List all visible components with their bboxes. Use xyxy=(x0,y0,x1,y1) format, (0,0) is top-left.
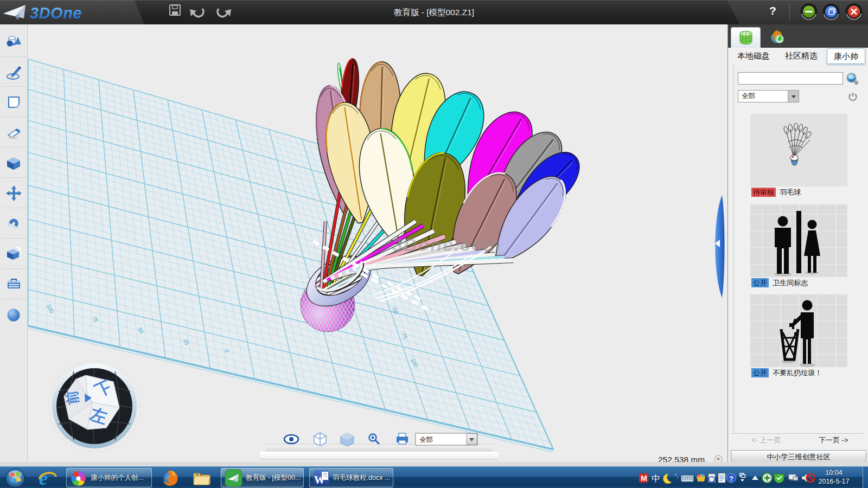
svg-text:°,: °, xyxy=(675,473,678,479)
svg-text:W: W xyxy=(314,474,325,486)
svg-text:全部: 全部 xyxy=(419,436,433,444)
svg-text:3Done.com: 3Done.com xyxy=(392,234,501,255)
svg-text:前: 前 xyxy=(63,389,81,406)
svg-text:M: M xyxy=(641,474,647,483)
svg-text:中: 中 xyxy=(652,474,660,483)
svg-text:3DOne: 3DOne xyxy=(30,4,82,22)
svg-text:?: ? xyxy=(729,474,733,483)
